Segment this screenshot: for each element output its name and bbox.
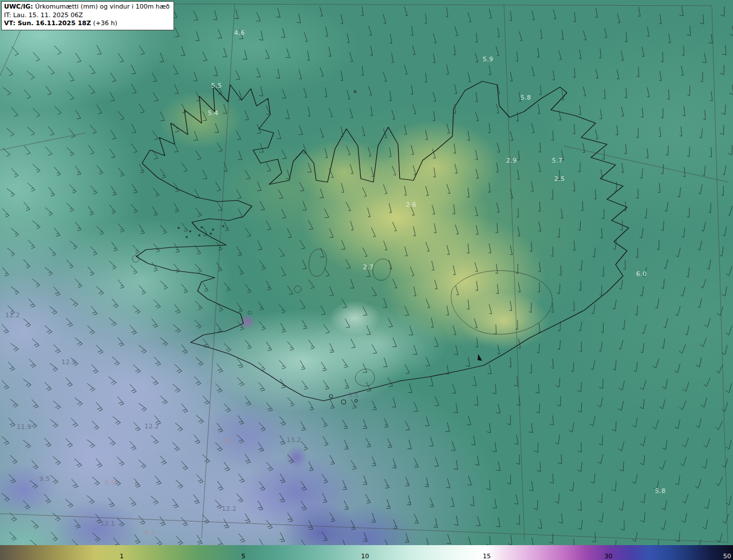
title-line-model: UWC/IG: Úrkomumætti (mm) og vindur i 100…	[4, 3, 170, 11]
map-value-label: 5.5	[348, 392, 358, 399]
title-box: UWC/IG: Úrkomumætti (mm) og vindur i 100…	[1, 1, 174, 30]
map-value-label: 4.6	[234, 29, 245, 37]
init-time: Lau. 15. 11. 2025 06Z	[11, 11, 82, 19]
map-value-label: 11.9	[17, 423, 31, 431]
map-value-label: 10.	[223, 437, 233, 444]
title-parameter: Úrkomumætti (mm) og vindur i 100m hæð	[33, 3, 170, 10]
map-value-label: 9.5	[105, 479, 115, 487]
title-line-valid: VT: Sun. 16.11.2025 18Z (+36 h)	[4, 19, 170, 28]
colorbar-tick: 10	[361, 553, 369, 559]
map-value-label: 13.2	[286, 436, 301, 444]
map-value-label: 9.3	[145, 529, 155, 537]
title-line-init: IT: Lau. 15. 11. 2025 06Z	[4, 11, 170, 20]
valid-offset: (+36 h)	[91, 19, 117, 27]
map-value-label: 6.0	[636, 270, 647, 278]
valid-time: VT: Sun. 16.11.2025 18Z	[4, 19, 91, 27]
init-prefix: IT:	[4, 11, 11, 19]
colorbar-tick: 5	[241, 553, 245, 559]
map-value-label: 5.8	[655, 487, 665, 495]
colorbar-tick: 50	[723, 553, 731, 559]
map-value-label: 9.5	[40, 475, 50, 483]
colorbar: 1510153050	[0, 545, 733, 560]
map-value-label: 2.9	[506, 157, 517, 164]
model-name: UWC/IG:	[4, 3, 33, 10]
map-value-label: 5.4	[208, 109, 218, 117]
colorbar-tick: 15	[483, 553, 491, 559]
map-value-label: 2.5	[554, 175, 565, 183]
map-value-label: 12.2	[5, 311, 20, 319]
colorbar-tick: 1	[120, 553, 124, 559]
map-value-label: 12.1	[100, 520, 115, 527]
map-value-label: 5.7	[552, 157, 562, 164]
map-value-label: 5.5	[211, 82, 222, 89]
map-value-label: 12.2	[144, 423, 159, 430]
map-labels-layer: 4.65.95.85.55.42.95.72.52.62.76.012.212.…	[0, 0, 733, 560]
map-value-label: 2.6	[406, 201, 416, 208]
colorbar-tick: 30	[604, 553, 612, 559]
weather-map: 4.65.95.85.55.42.95.72.52.62.76.012.212.…	[0, 0, 733, 560]
map-value-label: 5.8	[521, 94, 531, 101]
map-value-label: 12.2	[222, 505, 237, 512]
map-value-label: 5.9	[483, 56, 493, 63]
map-value-label: 2.7	[363, 263, 373, 271]
map-value-label: 12.9	[61, 358, 76, 366]
